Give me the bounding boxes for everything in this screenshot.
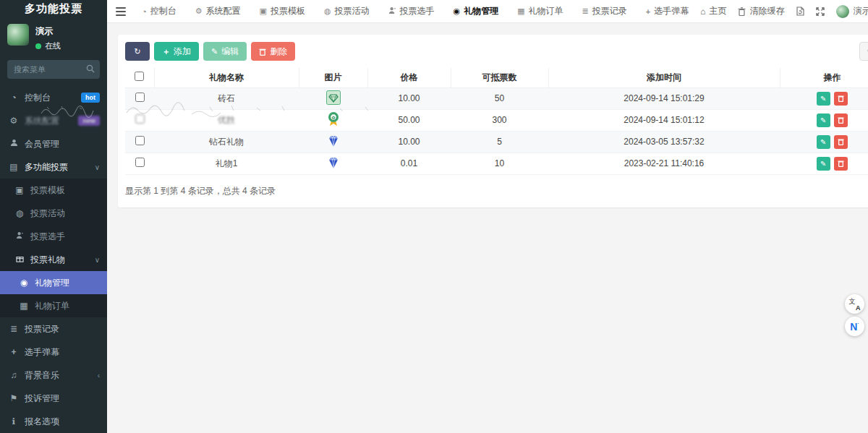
edit-button[interactable]: ✎编辑 — [203, 42, 247, 61]
table-row: 钻石礼物 10.00 5 2024-03-05 13:57:32 ✎ — [125, 131, 868, 153]
trash-icon — [259, 48, 266, 56]
user-panel: 演示 在线 — [0, 17, 107, 54]
fullscreen-button[interactable] — [816, 7, 825, 16]
trash-icon — [838, 95, 844, 102]
tab-danmaku[interactable]: +选手弹幕 — [637, 0, 697, 23]
gift-votes: 50 — [451, 87, 548, 109]
row-delete-button[interactable] — [834, 113, 848, 127]
refresh-button[interactable]: ↻ — [125, 42, 150, 61]
translate-service-button[interactable]: N· — [845, 317, 864, 336]
col-header-image: 图片 — [299, 68, 367, 87]
row-edit-button[interactable]: ✎ — [817, 113, 830, 127]
row-edit-button[interactable]: ✎ — [817, 157, 830, 171]
sidebar-item-vote-gift[interactable]: 投票礼物 ∨ — [0, 248, 107, 271]
records-list-icon: ≣ — [582, 7, 589, 16]
tab-console[interactable]: ◔控制台 — [133, 0, 185, 23]
app-window: 多功能投票 演示 在线 ◔ 控制台 hot ⚙ 系统配置 — [0, 0, 868, 433]
add-button[interactable]: ＋添加 — [154, 42, 199, 61]
delete-button[interactable]: 删除 — [251, 42, 295, 61]
gift-name: 钻石礼物 — [154, 131, 299, 153]
sidebar-item-gift-manage[interactable]: ◉ 礼物管理 — [0, 271, 107, 294]
sidebar-menu: ◔ 控制台 hot ⚙ 系统配置 new 会员管理 ▤ 多功能投票 ∨ — [0, 86, 107, 433]
trash-icon — [738, 7, 746, 16]
sidebar-item-vote-template[interactable]: ▣ 投票模板 — [0, 179, 107, 202]
chevron-down-icon: ∨ — [95, 256, 100, 264]
green-gem-image — [326, 90, 341, 105]
hamburger-menu-icon[interactable] — [111, 4, 130, 20]
pagination-info: 显示第 1 到第 4 条记录，总共 4 条记录 — [125, 185, 868, 197]
avatar[interactable] — [7, 24, 29, 46]
sidebar-item-complaint[interactable]: ⚑ 投诉管理 — [0, 387, 107, 410]
sidebar-item-console[interactable]: ◔ 控制台 hot — [0, 86, 107, 109]
vote-submenu: ▣ 投票模板 ◍ 投票活动 投票选手 投票礼物 — [0, 179, 107, 317]
user-name: 演示 — [35, 25, 61, 38]
sidebar-item-members[interactable]: 会员管理 — [0, 132, 107, 155]
activity-icon: ◍ — [14, 208, 25, 218]
row-delete-button[interactable] — [834, 135, 848, 149]
tab-vote-activity[interactable]: ◍投票活动 — [315, 0, 378, 23]
topbar-right: ⌂主页 清除缓存 演示 ⚙⚙ — [700, 5, 868, 18]
row-delete-button[interactable] — [834, 157, 848, 171]
translate-button[interactable]: 文A — [845, 294, 864, 314]
sidebar-item-vote-records[interactable]: ≣ 投票记录 — [0, 317, 107, 340]
gift-time: 2024-09-14 15:01:29 — [548, 87, 780, 109]
home-button[interactable]: ⌂主页 — [700, 5, 726, 17]
blue-diamond-image — [326, 155, 341, 170]
row-checkbox[interactable] — [135, 93, 145, 102]
info-icon: ℹ — [9, 416, 19, 426]
sidebar-item-gift-order[interactable]: ▦ 礼物订单 — [0, 294, 107, 317]
sidebar-item-danmaku[interactable]: + 选手弹幕 — [0, 340, 107, 364]
avatar — [836, 5, 849, 18]
select-all-checkbox[interactable] — [135, 72, 144, 81]
new-badge: new — [78, 116, 100, 126]
row-checkbox[interactable] — [135, 114, 145, 124]
online-dot-icon — [35, 43, 41, 49]
pencil-icon: ✎ — [211, 47, 218, 56]
order-list-icon: ▦ — [517, 7, 524, 16]
tab-gift-order[interactable]: ▦礼物订单 — [509, 0, 571, 23]
clear-cache-button[interactable]: 清除缓存 — [738, 5, 784, 17]
dashboard-icon: ◔ — [9, 93, 19, 103]
sidebar-item-signup[interactable]: ℹ 报名选项 — [0, 410, 107, 433]
user-menu[interactable]: 演示 — [836, 5, 868, 18]
gift-table: 礼物名称 图片 价格 可抵票数 添加时间 操作 砖石 — [125, 68, 868, 175]
row-edit-button[interactable]: ✎ — [817, 135, 830, 149]
tab-system-config[interactable]: ⚙系统配置 — [187, 0, 250, 23]
gift-icon — [14, 254, 25, 265]
tab-vote-player[interactable]: 投票选手 — [380, 0, 443, 23]
user-plus-icon — [388, 7, 396, 16]
gift-time: 2024-03-05 13:57:32 — [548, 131, 780, 153]
row-delete-button[interactable] — [834, 92, 848, 106]
main-area: ◔控制台 ⚙系统配置 ▣投票模板 ◍投票活动 投票选手 ◉礼物管理 ▦礼物订单 … — [107, 0, 868, 433]
sidebar-item-system-config[interactable]: ⚙ 系统配置 new — [0, 109, 107, 132]
tab-gift-manage[interactable]: ◉礼物管理 — [445, 0, 508, 23]
sidebar-item-vote-player[interactable]: 投票选手 — [0, 225, 107, 248]
flag-icon: ⚑ — [9, 393, 19, 403]
row-checkbox[interactable] — [135, 136, 145, 145]
gift-image — [299, 87, 367, 109]
tab-vote-template[interactable]: ▣投票模板 — [251, 0, 314, 23]
home-icon: ⌂ — [700, 7, 705, 17]
col-header-votes: 可抵票数 — [451, 68, 548, 87]
col-header-time: 添加时间 — [548, 68, 780, 87]
refresh-page-button[interactable] — [796, 7, 804, 16]
plus-icon: + — [9, 347, 19, 357]
gift-votes: 300 — [451, 109, 548, 131]
row-checkbox[interactable] — [135, 158, 145, 167]
trash-icon — [838, 160, 844, 167]
search-toggle-button[interactable] — [859, 42, 868, 61]
sidebar: 多功能投票 演示 在线 ◔ 控制台 hot ⚙ 系统配置 — [0, 0, 107, 433]
gift-name: 优胜 — [154, 109, 299, 131]
col-header-actions: 操作 — [780, 68, 868, 87]
row-edit-button[interactable]: ✎ — [817, 92, 830, 106]
app-logo[interactable]: 多功能投票 — [0, 0, 107, 17]
tab-vote-records[interactable]: ≣投票记录 — [574, 0, 636, 23]
sidebar-item-vote-root[interactable]: ▤ 多功能投票 ∨ — [0, 155, 107, 179]
user-plus-icon — [14, 231, 25, 241]
sidebar-item-music[interactable]: ♫ 背景音乐 ‹ — [0, 364, 107, 387]
order-list-icon: ▦ — [19, 301, 29, 311]
sidebar-item-vote-activity[interactable]: ◍ 投票活动 — [0, 202, 107, 225]
records-list-icon: ≣ — [9, 324, 19, 334]
sidebar-search — [7, 60, 100, 79]
gift-votes: 10 — [451, 153, 548, 174]
